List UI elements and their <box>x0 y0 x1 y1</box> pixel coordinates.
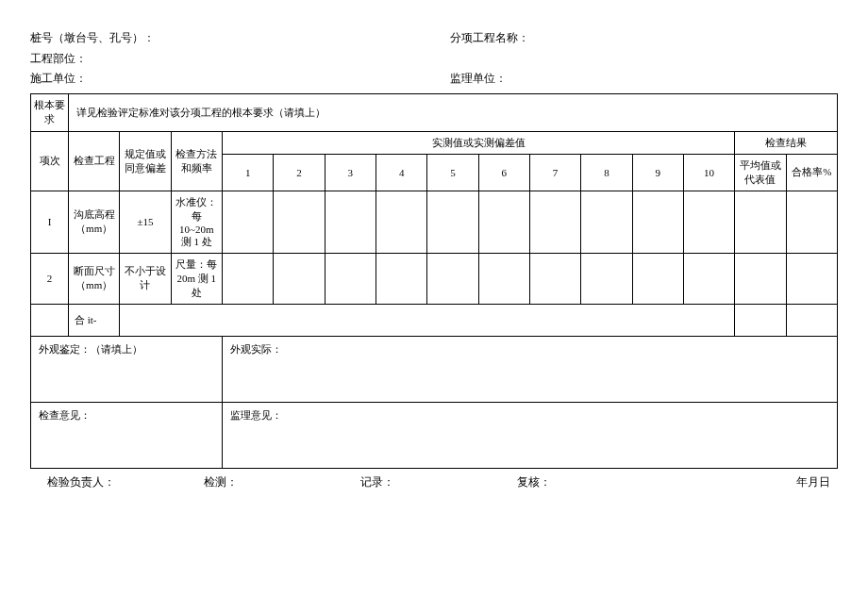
col-measured-group: 实测值或实测偏差值 <box>222 131 734 154</box>
cell-measure[interactable] <box>632 191 683 253</box>
col-m6: 6 <box>478 154 529 191</box>
cell-method: 尺量：每 20m 测 1 处 <box>171 253 222 304</box>
col-m10: 10 <box>683 154 734 191</box>
pile-number-label: 桩号（墩台号、孔号）： <box>30 28 450 49</box>
col-rate: 合格率% <box>786 154 837 191</box>
cell-measure[interactable] <box>581 253 632 304</box>
footer-review: 复核： <box>517 473 674 493</box>
cell-measure[interactable] <box>427 253 478 304</box>
cell-measure[interactable] <box>274 253 325 304</box>
col-item: 检查工程 <box>69 131 120 191</box>
col-m1: 1 <box>222 154 273 191</box>
cell-measure[interactable] <box>222 191 273 253</box>
col-m8: 8 <box>581 154 632 191</box>
table-row: 2 断面尺寸（mm） 不小于设计 尺量：每 20m 测 1 处 <box>31 253 838 304</box>
footer-block: 检验负责人： 检测： 记录： 复核： 年月日 <box>30 473 838 493</box>
cell-summary-span <box>120 304 735 336</box>
appearance-actual-cell[interactable]: 外观实际： <box>222 336 837 402</box>
cell-measure[interactable] <box>478 191 529 253</box>
cell-spec: ±15 <box>120 191 171 253</box>
col-result-group: 检查结果 <box>735 131 838 154</box>
cell-measure[interactable] <box>376 253 426 304</box>
cell-summary: 合 it- <box>69 304 120 336</box>
cell-measure[interactable] <box>581 191 632 253</box>
footer-inspector: 检验负责人： <box>47 473 204 493</box>
cell-measure[interactable] <box>427 191 478 253</box>
sub-project-label: 分项工程名称： <box>450 28 838 49</box>
construction-unit-label: 施工单位： <box>30 69 450 90</box>
col-method: 检查方法和频率 <box>171 131 222 191</box>
cell-measure[interactable] <box>325 191 376 253</box>
cell-rate[interactable] <box>786 191 837 253</box>
cell-rate[interactable] <box>786 304 837 336</box>
cell-avg[interactable] <box>735 253 786 304</box>
footer-detect: 检测： <box>204 473 360 493</box>
table-row-summary: 合 it- <box>31 304 838 336</box>
cell-measure[interactable] <box>274 191 325 253</box>
col-seq: 项次 <box>31 131 69 191</box>
col-m4: 4 <box>376 154 426 191</box>
col-m9: 9 <box>632 154 683 191</box>
cell-seq: I <box>31 191 69 253</box>
cell-avg[interactable] <box>735 304 786 336</box>
inspect-opinion-cell[interactable]: 检查意见： <box>31 402 223 468</box>
cell-avg[interactable] <box>735 191 786 253</box>
supervise-opinion-cell[interactable]: 监理意见： <box>222 402 837 468</box>
cell-method: 水准仪：每 10~20m 测 1 处 <box>171 191 222 253</box>
col-m7: 7 <box>529 154 580 191</box>
cell-seq-empty <box>31 304 69 336</box>
requirement-label: 根本要求 <box>31 93 69 131</box>
cell-rate[interactable] <box>786 253 837 304</box>
inspection-table: 根本要求 详见检验评定标准对该分项工程的根本要求（请填上） 项次 检查工程 规定… <box>30 93 838 469</box>
table-row: I 沟底高程（mm） ±15 水准仪：每 10~20m 测 1 处 <box>31 191 838 253</box>
col-m3: 3 <box>325 154 376 191</box>
requirement-text: 详见检验评定标准对该分项工程的根本要求（请填上） <box>69 93 838 131</box>
cell-spec: 不小于设计 <box>120 253 171 304</box>
col-spec: 规定值或同意偏差 <box>120 131 171 191</box>
cell-measure[interactable] <box>222 253 273 304</box>
cell-measure[interactable] <box>529 191 580 253</box>
cell-measure[interactable] <box>683 253 734 304</box>
cell-measure[interactable] <box>529 253 580 304</box>
cell-item: 沟底高程（mm） <box>69 191 120 253</box>
cell-measure[interactable] <box>683 191 734 253</box>
supervision-unit-label: 监理单位： <box>450 69 838 90</box>
cell-measure[interactable] <box>632 253 683 304</box>
footer-date: 年月日 <box>674 473 838 493</box>
footer-record: 记录： <box>360 473 517 493</box>
col-avg: 平均值或代表值 <box>735 154 786 191</box>
project-part-label: 工程部位： <box>30 49 450 70</box>
cell-item: 断面尺寸（mm） <box>69 253 120 304</box>
cell-measure[interactable] <box>325 253 376 304</box>
col-m5: 5 <box>427 154 478 191</box>
cell-seq: 2 <box>31 253 69 304</box>
cell-measure[interactable] <box>376 191 426 253</box>
appearance-judge-cell[interactable]: 外观鉴定：（请填上） <box>31 336 223 402</box>
cell-measure[interactable] <box>478 253 529 304</box>
header-block: 桩号（墩台号、孔号）： 分项工程名称： 工程部位： 施工单位： 监理单位： <box>30 28 838 90</box>
col-m2: 2 <box>274 154 325 191</box>
